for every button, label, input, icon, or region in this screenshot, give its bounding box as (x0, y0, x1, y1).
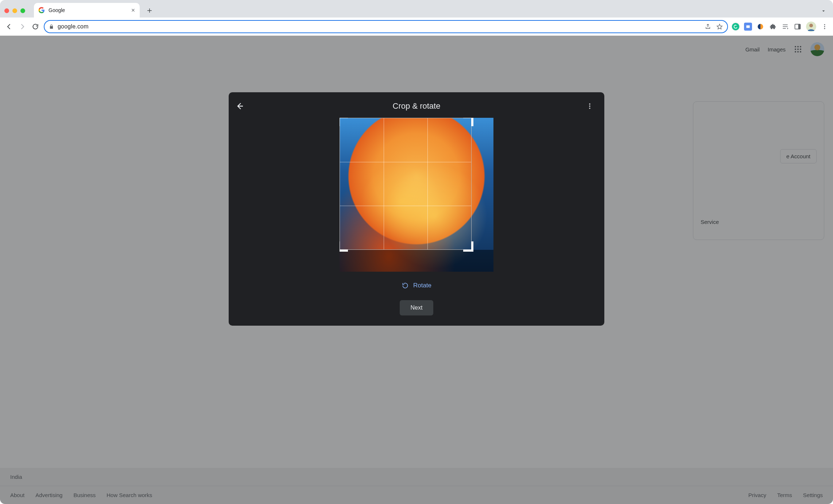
rotate-label: Rotate (413, 282, 431, 289)
tab-strip: Google (0, 0, 833, 18)
crop-grid-line (340, 162, 471, 162)
minimize-window-button[interactable] (12, 8, 17, 13)
side-panel-icon[interactable] (794, 23, 802, 31)
reload-button[interactable] (31, 22, 40, 31)
new-tab-button[interactable] (144, 5, 155, 16)
grammarly-extension-icon[interactable] (732, 23, 740, 31)
svg-point-22 (589, 108, 590, 109)
reading-list-icon[interactable] (781, 23, 789, 31)
close-tab-button[interactable] (131, 8, 135, 12)
dialog-title: Crop & rotate (247, 101, 586, 111)
close-window-button[interactable] (4, 8, 9, 13)
crop-handle-top-left[interactable] (340, 118, 348, 126)
google-favicon-icon (38, 7, 45, 13)
svg-point-21 (589, 105, 590, 106)
lock-icon (49, 24, 54, 29)
rotate-icon (402, 282, 409, 289)
browser-tab[interactable]: Google (34, 3, 140, 18)
svg-point-7 (824, 26, 825, 27)
back-button[interactable] (4, 22, 14, 31)
dimmed-out-of-crop (340, 250, 493, 272)
svg-point-20 (589, 104, 590, 105)
tab-title: Google (49, 7, 127, 13)
crop-grid-line (384, 118, 384, 249)
svg-rect-3 (798, 24, 801, 29)
kebab-menu-icon[interactable] (821, 23, 829, 31)
extensions-puzzle-icon[interactable] (769, 23, 777, 31)
crop-grid-line (427, 118, 428, 249)
svg-rect-0 (746, 25, 749, 28)
forward-button[interactable] (18, 22, 27, 31)
svg-point-5 (809, 24, 813, 27)
crop-grid-line (340, 206, 471, 206)
address-bar[interactable]: google.com (44, 20, 728, 33)
extensions-area (732, 22, 829, 32)
url-text: google.com (58, 23, 89, 30)
toolbar: google.com (0, 18, 833, 36)
svg-point-6 (824, 24, 825, 25)
dialog-back-button[interactable] (235, 102, 247, 111)
next-button[interactable]: Next (400, 300, 434, 315)
crop-rotate-dialog: Crop & rotate (229, 92, 604, 326)
page-content: Gmail Images (0, 36, 833, 504)
crop-handle-bottom-right[interactable] (463, 241, 473, 252)
crop-handle-bottom-left[interactable] (340, 241, 348, 252)
profile-avatar[interactable] (806, 22, 816, 32)
rotate-button[interactable]: Rotate (402, 282, 431, 289)
crop-canvas (340, 118, 493, 272)
tab-menu-button[interactable] (821, 8, 826, 14)
maximize-window-button[interactable] (20, 8, 25, 13)
browser-window: Google google.com (0, 0, 833, 504)
svg-point-8 (824, 28, 825, 29)
crop-rectangle[interactable] (340, 118, 472, 250)
dialog-more-button[interactable] (586, 102, 598, 110)
screenshot-extension-icon[interactable] (744, 23, 752, 31)
bookmark-star-icon[interactable] (716, 23, 723, 30)
crop-handle-top-right[interactable] (463, 118, 473, 126)
window-controls (4, 8, 25, 13)
share-icon[interactable] (705, 23, 711, 30)
dialog-header: Crop & rotate (235, 98, 598, 114)
similarweb-extension-icon[interactable] (756, 23, 764, 31)
